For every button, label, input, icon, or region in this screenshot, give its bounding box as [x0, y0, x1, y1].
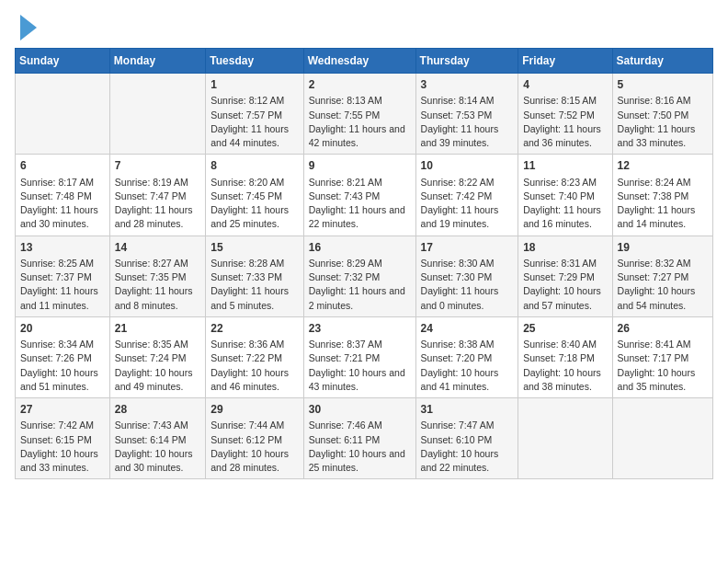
- day-number: 13: [20, 240, 105, 256]
- calendar-cell: 11Sunrise: 8:23 AM Sunset: 7:40 PM Dayli…: [518, 155, 612, 236]
- calendar-cell: 3Sunrise: 8:14 AM Sunset: 7:53 PM Daylig…: [415, 74, 518, 155]
- calendar-cell: 12Sunrise: 8:24 AM Sunset: 7:38 PM Dayli…: [612, 155, 712, 236]
- day-number: 9: [309, 158, 411, 174]
- calendar-cell: 13Sunrise: 8:25 AM Sunset: 7:37 PM Dayli…: [16, 236, 110, 316]
- calendar-cell: 15Sunrise: 8:28 AM Sunset: 7:33 PM Dayli…: [206, 236, 303, 316]
- day-info: Sunrise: 8:14 AM Sunset: 7:53 PM Dayligh…: [421, 94, 514, 150]
- day-number: 27: [20, 402, 105, 418]
- day-info: Sunrise: 8:21 AM Sunset: 7:43 PM Dayligh…: [309, 176, 411, 232]
- column-header-thursday: Thursday: [415, 49, 518, 74]
- day-info: Sunrise: 8:15 AM Sunset: 7:52 PM Dayligh…: [523, 94, 607, 150]
- calendar-cell: 17Sunrise: 8:30 AM Sunset: 7:30 PM Dayli…: [415, 236, 518, 316]
- day-number: 8: [210, 158, 298, 174]
- day-number: 11: [523, 158, 607, 174]
- day-number: 18: [523, 240, 607, 256]
- calendar-cell: 19Sunrise: 8:32 AM Sunset: 7:27 PM Dayli…: [612, 236, 712, 316]
- column-header-wednesday: Wednesday: [303, 49, 415, 74]
- day-info: Sunrise: 8:28 AM Sunset: 7:33 PM Dayligh…: [210, 257, 298, 313]
- day-info: Sunrise: 8:13 AM Sunset: 7:55 PM Dayligh…: [309, 94, 411, 150]
- calendar-cell: 18Sunrise: 8:31 AM Sunset: 7:29 PM Dayli…: [518, 236, 612, 316]
- day-number: 23: [309, 321, 411, 337]
- calendar-cell: [612, 398, 712, 479]
- calendar-cell: 1Sunrise: 8:12 AM Sunset: 7:57 PM Daylig…: [206, 74, 303, 155]
- calendar-cell: 21Sunrise: 8:35 AM Sunset: 7:24 PM Dayli…: [109, 316, 205, 397]
- day-number: 12: [618, 158, 708, 174]
- calendar-cell: 7Sunrise: 8:19 AM Sunset: 7:47 PM Daylig…: [109, 155, 205, 236]
- day-info: Sunrise: 8:40 AM Sunset: 7:18 PM Dayligh…: [523, 338, 607, 394]
- day-number: 21: [115, 321, 200, 337]
- day-info: Sunrise: 7:44 AM Sunset: 6:12 PM Dayligh…: [210, 419, 298, 475]
- column-header-saturday: Saturday: [612, 49, 712, 74]
- column-header-friday: Friday: [518, 49, 612, 74]
- day-info: Sunrise: 8:19 AM Sunset: 7:47 PM Dayligh…: [115, 176, 200, 232]
- calendar-cell: 23Sunrise: 8:37 AM Sunset: 7:21 PM Dayli…: [303, 316, 415, 397]
- day-info: Sunrise: 8:20 AM Sunset: 7:45 PM Dayligh…: [210, 176, 298, 232]
- day-number: 30: [309, 402, 411, 418]
- calendar-cell: [109, 74, 205, 155]
- day-info: Sunrise: 8:35 AM Sunset: 7:24 PM Dayligh…: [115, 338, 200, 394]
- week-row-4: 20Sunrise: 8:34 AM Sunset: 7:26 PM Dayli…: [16, 316, 713, 397]
- calendar-cell: 22Sunrise: 8:36 AM Sunset: 7:22 PM Dayli…: [206, 316, 303, 397]
- day-info: Sunrise: 7:47 AM Sunset: 6:10 PM Dayligh…: [421, 419, 514, 475]
- calendar-cell: 2Sunrise: 8:13 AM Sunset: 7:55 PM Daylig…: [303, 74, 415, 155]
- day-info: Sunrise: 7:42 AM Sunset: 6:15 PM Dayligh…: [20, 419, 105, 475]
- calendar-table: SundayMondayTuesdayWednesdayThursdayFrid…: [15, 48, 713, 479]
- calendar-cell: 29Sunrise: 7:44 AM Sunset: 6:12 PM Dayli…: [206, 398, 303, 479]
- calendar-cell: 28Sunrise: 7:43 AM Sunset: 6:14 PM Dayli…: [109, 398, 205, 479]
- calendar-cell: 4Sunrise: 8:15 AM Sunset: 7:52 PM Daylig…: [518, 74, 612, 155]
- day-number: 5: [618, 77, 708, 93]
- calendar-body: 1Sunrise: 8:12 AM Sunset: 7:57 PM Daylig…: [16, 74, 713, 479]
- day-info: Sunrise: 8:23 AM Sunset: 7:40 PM Dayligh…: [523, 176, 607, 232]
- day-number: 15: [210, 240, 298, 256]
- calendar-cell: 16Sunrise: 8:29 AM Sunset: 7:32 PM Dayli…: [303, 236, 415, 316]
- day-number: 6: [20, 158, 105, 174]
- day-number: 1: [210, 77, 298, 93]
- day-number: 14: [115, 240, 200, 256]
- week-row-1: 1Sunrise: 8:12 AM Sunset: 7:57 PM Daylig…: [16, 74, 713, 155]
- day-info: Sunrise: 7:46 AM Sunset: 6:11 PM Dayligh…: [309, 419, 411, 475]
- calendar-cell: 25Sunrise: 8:40 AM Sunset: 7:18 PM Dayli…: [518, 316, 612, 397]
- calendar-cell: 26Sunrise: 8:41 AM Sunset: 7:17 PM Dayli…: [612, 316, 712, 397]
- day-number: 25: [523, 321, 607, 337]
- calendar-cell: 30Sunrise: 7:46 AM Sunset: 6:11 PM Dayli…: [303, 398, 415, 479]
- day-info: Sunrise: 8:31 AM Sunset: 7:29 PM Dayligh…: [523, 257, 607, 313]
- calendar-cell: [518, 398, 612, 479]
- day-info: Sunrise: 8:25 AM Sunset: 7:37 PM Dayligh…: [20, 257, 105, 313]
- day-number: 24: [421, 321, 514, 337]
- calendar-cell: 10Sunrise: 8:22 AM Sunset: 7:42 PM Dayli…: [415, 155, 518, 236]
- column-header-tuesday: Tuesday: [206, 49, 303, 74]
- day-info: Sunrise: 8:34 AM Sunset: 7:26 PM Dayligh…: [20, 338, 105, 394]
- day-number: 26: [618, 321, 708, 337]
- day-info: Sunrise: 8:16 AM Sunset: 7:50 PM Dayligh…: [618, 94, 708, 150]
- logo: [15, 15, 37, 40]
- day-info: Sunrise: 8:24 AM Sunset: 7:38 PM Dayligh…: [618, 176, 708, 232]
- day-number: 17: [421, 240, 514, 256]
- calendar-cell: 9Sunrise: 8:21 AM Sunset: 7:43 PM Daylig…: [303, 155, 415, 236]
- calendar-cell: 27Sunrise: 7:42 AM Sunset: 6:15 PM Dayli…: [16, 398, 110, 479]
- day-info: Sunrise: 8:22 AM Sunset: 7:42 PM Dayligh…: [421, 176, 514, 232]
- day-number: 29: [210, 402, 298, 418]
- calendar-cell: 14Sunrise: 8:27 AM Sunset: 7:35 PM Dayli…: [109, 236, 205, 316]
- calendar-cell: 6Sunrise: 8:17 AM Sunset: 7:48 PM Daylig…: [16, 155, 110, 236]
- page-header: [15, 15, 713, 40]
- day-info: Sunrise: 8:29 AM Sunset: 7:32 PM Dayligh…: [309, 257, 411, 313]
- calendar-cell: 24Sunrise: 8:38 AM Sunset: 7:20 PM Dayli…: [415, 316, 518, 397]
- day-info: Sunrise: 8:32 AM Sunset: 7:27 PM Dayligh…: [618, 257, 708, 313]
- day-info: Sunrise: 8:17 AM Sunset: 7:48 PM Dayligh…: [20, 176, 105, 232]
- day-number: 16: [309, 240, 411, 256]
- week-row-3: 13Sunrise: 8:25 AM Sunset: 7:37 PM Dayli…: [16, 236, 713, 316]
- day-info: Sunrise: 8:12 AM Sunset: 7:57 PM Dayligh…: [210, 94, 298, 150]
- day-info: Sunrise: 8:37 AM Sunset: 7:21 PM Dayligh…: [309, 338, 411, 394]
- calendar-cell: 31Sunrise: 7:47 AM Sunset: 6:10 PM Dayli…: [415, 398, 518, 479]
- day-number: 7: [115, 158, 200, 174]
- day-info: Sunrise: 7:43 AM Sunset: 6:14 PM Dayligh…: [115, 419, 200, 475]
- day-number: 20: [20, 321, 105, 337]
- day-number: 19: [618, 240, 708, 256]
- day-info: Sunrise: 8:30 AM Sunset: 7:30 PM Dayligh…: [421, 257, 514, 313]
- day-number: 28: [115, 402, 200, 418]
- week-row-5: 27Sunrise: 7:42 AM Sunset: 6:15 PM Dayli…: [16, 398, 713, 479]
- calendar-cell: 5Sunrise: 8:16 AM Sunset: 7:50 PM Daylig…: [612, 74, 712, 155]
- calendar-cell: 8Sunrise: 8:20 AM Sunset: 7:45 PM Daylig…: [206, 155, 303, 236]
- calendar-cell: 20Sunrise: 8:34 AM Sunset: 7:26 PM Dayli…: [16, 316, 110, 397]
- day-number: 22: [210, 321, 298, 337]
